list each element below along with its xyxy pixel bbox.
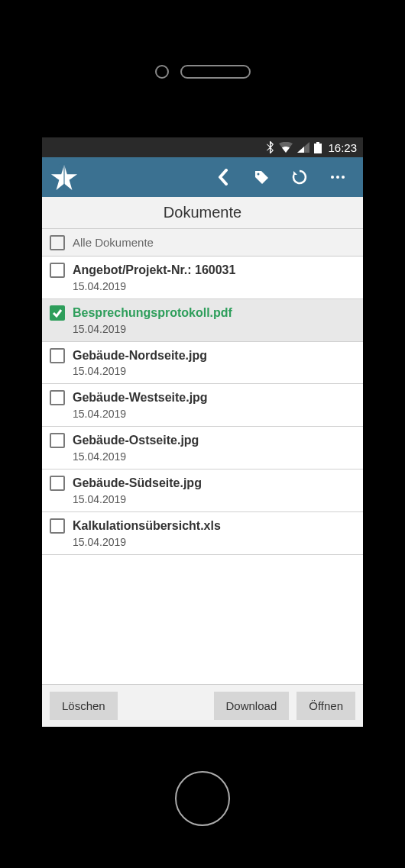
chevron-left-icon [217, 169, 229, 186]
app-logo-star-icon [50, 163, 79, 192]
item-date: 15.04.2019 [73, 365, 207, 377]
page-title-text: Dokumente [164, 204, 241, 221]
item-text: Kalkulationsübersicht.xls15.04.2019 [73, 518, 221, 548]
sensor-hole [155, 65, 169, 79]
svg-point-4 [258, 173, 260, 176]
item-date: 15.04.2019 [73, 493, 202, 505]
bluetooth-icon [267, 141, 274, 153]
item-text: Gebäude-Westseite.jpg15.04.2019 [73, 390, 208, 420]
tag-icon [253, 169, 270, 186]
list-item[interactable]: Gebäude-Südseite.jpg15.04.2019 [42, 469, 363, 512]
home-button[interactable] [175, 771, 230, 826]
bottom-action-bar: Löschen Download Öffnen [42, 684, 363, 727]
list-item[interactable]: Besprechungsprotokoll.pdf15.04.2019 [42, 299, 363, 342]
svg-rect-0 [314, 144, 322, 153]
app-bar [42, 157, 363, 197]
download-button[interactable]: Download [214, 692, 290, 720]
overflow-menu-button[interactable] [319, 158, 357, 196]
status-bar: 16:23 [42, 137, 363, 157]
phone-frame: 16:23 [0, 0, 405, 868]
item-date: 15.04.2019 [73, 408, 208, 420]
signal-icon [297, 142, 309, 153]
screen: 16:23 [42, 137, 363, 727]
item-title: Kalkulationsübersicht.xls [73, 518, 221, 534]
item-text: Gebäude-Ostseite.jpg15.04.2019 [73, 433, 199, 463]
document-list: Angebot/Projekt-Nr.: 16003115.04.2019Bes… [42, 257, 363, 684]
item-text: Gebäude-Südseite.jpg15.04.2019 [73, 476, 202, 505]
item-title: Angebot/Projekt-Nr.: 160031 [73, 263, 235, 279]
svg-rect-1 [316, 142, 319, 144]
more-horizontal-icon [330, 175, 345, 179]
phone-top-hardware [0, 65, 405, 79]
refresh-icon [291, 169, 308, 186]
item-checkbox[interactable] [50, 518, 65, 534]
item-date: 15.04.2019 [73, 280, 235, 292]
page-title: Dokumente [42, 197, 363, 229]
svg-point-5 [331, 176, 334, 179]
item-checkbox[interactable] [50, 348, 65, 363]
item-date: 15.04.2019 [73, 450, 199, 463]
item-checkbox[interactable] [50, 476, 65, 491]
delete-button[interactable]: Löschen [50, 692, 118, 720]
item-date: 15.04.2019 [73, 536, 221, 548]
list-item[interactable]: Gebäude-Westseite.jpg15.04.2019 [42, 384, 363, 427]
item-text: Angebot/Projekt-Nr.: 16003115.04.2019 [73, 263, 235, 292]
item-text: Besprechungsprotokoll.pdf15.04.2019 [73, 305, 232, 335]
list-item[interactable]: Gebäude-Ostseite.jpg15.04.2019 [42, 427, 363, 469]
item-checkbox[interactable] [50, 305, 65, 321]
list-item[interactable]: Angebot/Projekt-Nr.: 16003115.04.2019 [42, 257, 363, 299]
list-item[interactable]: Gebäude-Nordseite.jpg15.04.2019 [42, 342, 363, 385]
open-button[interactable]: Öffnen [296, 692, 355, 720]
select-all-checkbox[interactable] [50, 235, 65, 250]
list-item[interactable]: Kalkulationsübersicht.xls15.04.2019 [42, 512, 363, 555]
svg-point-6 [336, 176, 339, 179]
item-title: Gebäude-Südseite.jpg [73, 476, 202, 492]
back-button[interactable] [204, 158, 242, 196]
toolbar-actions [204, 158, 357, 196]
item-checkbox[interactable] [50, 433, 65, 448]
svg-point-7 [342, 176, 345, 179]
speaker-grill [180, 65, 251, 79]
select-all-label: Alle Dokumente [73, 236, 154, 249]
item-title: Gebäude-Nordseite.jpg [73, 348, 207, 364]
item-title: Gebäude-Westseite.jpg [73, 390, 208, 406]
item-text: Gebäude-Nordseite.jpg15.04.2019 [73, 348, 207, 378]
battery-icon [314, 142, 322, 153]
item-title: Besprechungsprotokoll.pdf [73, 305, 232, 321]
item-checkbox[interactable] [50, 390, 65, 405]
select-all-row[interactable]: Alle Dokumente [42, 229, 363, 257]
item-date: 15.04.2019 [73, 323, 232, 335]
item-title: Gebäude-Ostseite.jpg [73, 433, 199, 449]
tag-button[interactable] [242, 158, 280, 196]
item-checkbox[interactable] [50, 263, 65, 278]
status-time: 16:23 [328, 141, 357, 154]
refresh-button[interactable] [280, 158, 319, 196]
wifi-icon [279, 142, 293, 153]
